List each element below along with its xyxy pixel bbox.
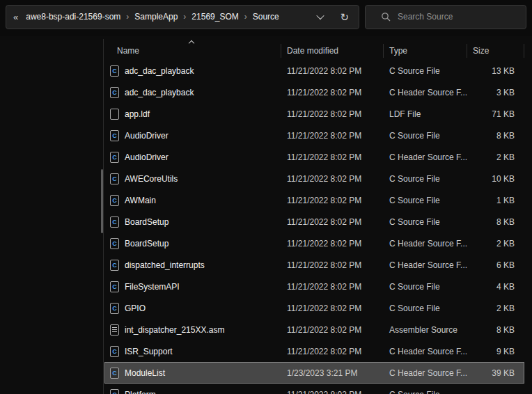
file-type: C Source File: [384, 217, 467, 227]
search-box[interactable]: [365, 5, 526, 29]
file-name-cell: Cdispatched_interrupts: [104, 260, 281, 271]
file-name-cell: CAWMain: [104, 195, 281, 206]
file-type: C Source File: [384, 390, 467, 394]
file-date: 11/21/2022 8:02 PM: [281, 66, 384, 76]
file-type: C Header Source F...: [384, 347, 467, 356]
c-file-icon: C: [110, 173, 119, 184]
file-date: 11/21/2022 8:02 PM: [281, 88, 384, 97]
table-row[interactable]: CBoardSetup11/21/2022 8:02 PMC Header So…: [104, 233, 524, 254]
file-date: 11/21/2022 8:02 PM: [281, 217, 384, 227]
column-headers: NameDate modifiedTypeSize: [104, 43, 524, 58]
c-file-icon: C: [110, 303, 119, 314]
file-type: C Header Source F...: [384, 368, 467, 378]
table-row[interactable]: Cadc_dac_playback11/21/2022 8:02 PMC Hea…: [104, 81, 524, 103]
toolbar: « awe8-bsp-adi-21569-som›SampleApp›21569…: [0, 0, 532, 36]
file-type: LDF File: [384, 109, 467, 119]
file-date: 11/21/2022 8:02 PM: [281, 152, 384, 162]
file-name-cell: int_dispatcher_215XX.asm: [104, 324, 281, 336]
file-type: C Source File: [384, 196, 467, 205]
file-date: 11/21/2022 8:02 PM: [281, 174, 384, 184]
table-row[interactable]: CAWMain11/21/2022 8:02 PMC Source File1 …: [104, 189, 524, 211]
file-name: ModuleList: [125, 368, 165, 378]
file-type: C Header Source F...: [384, 260, 467, 270]
file-name: int_dispatcher_215XX.asm: [125, 325, 224, 335]
c-file-icon: C: [110, 346, 119, 357]
document-icon: [110, 109, 119, 120]
file-date: 11/21/2022 8:02 PM: [281, 239, 384, 249]
table-row[interactable]: CFileSystemAPI11/21/2022 8:02 PMC Source…: [104, 276, 524, 297]
file-size: 4 KB: [467, 282, 524, 292]
breadcrumb-item[interactable]: Source: [248, 12, 284, 22]
column-header-name[interactable]: Name: [104, 44, 281, 58]
breadcrumb-item[interactable]: awe8-bsp-adi-21569-som: [21, 12, 125, 22]
refresh-icon[interactable]: ↻: [340, 12, 349, 22]
pane-divider: [103, 39, 104, 394]
c-file-icon: C: [110, 281, 119, 292]
nav-pane-scrollbar-thumb[interactable]: [101, 169, 103, 233]
breadcrumb: awe8-bsp-adi-21569-som›SampleApp›21569_S…: [21, 12, 284, 22]
file-name-cell: CFileSystemAPI: [104, 281, 281, 292]
file-list: Cadc_dac_playback11/21/2022 8:02 PMC Sou…: [104, 60, 524, 394]
address-dropdown-icon[interactable]: [317, 12, 324, 19]
file-date: 11/21/2022 8:02 PM: [281, 196, 384, 205]
table-row[interactable]: int_dispatcher_215XX.asm11/21/2022 8:02 …: [104, 319, 524, 340]
file-date: 11/21/2022 8:02 PM: [281, 347, 384, 356]
breadcrumb-overflow-icon[interactable]: «: [13, 12, 18, 22]
file-name-cell: CGPIO: [104, 303, 281, 314]
table-row[interactable]: CISR_Support11/21/2022 8:02 PMC Header S…: [104, 340, 524, 362]
file-date: 11/21/2022 8:02 PM: [281, 390, 384, 394]
table-row[interactable]: app.ldf11/21/2022 8:02 PMLDF File71 KB: [104, 103, 524, 125]
c-file-icon: C: [110, 389, 119, 394]
file-size: 8 KB: [467, 325, 524, 335]
file-size: 71 KB: [467, 109, 524, 119]
file-date: 11/21/2022 8:02 PM: [281, 282, 384, 292]
c-file-icon: C: [110, 216, 119, 228]
file-name: AWECoreUtils: [125, 174, 178, 184]
c-file-icon: C: [110, 152, 119, 163]
address-bar[interactable]: « awe8-bsp-adi-21569-som›SampleApp›21569…: [6, 5, 359, 29]
table-row[interactable]: CModuleList1/23/2023 3:21 PMC Header Sou…: [104, 362, 524, 384]
table-row[interactable]: CAWECoreUtils11/21/2022 8:02 PMC Source …: [104, 168, 524, 189]
file-size: 8 KB: [467, 131, 524, 141]
file-name-cell: CAudioDriver: [104, 152, 281, 163]
breadcrumb-item[interactable]: 21569_SOM: [187, 12, 243, 22]
table-row[interactable]: CPlatform11/21/2022 8:02 PMC Source File: [104, 384, 524, 394]
file-type: C Header Source F...: [384, 88, 467, 97]
file-size: 1 KB: [467, 196, 524, 205]
table-row[interactable]: CGPIO11/21/2022 8:02 PMC Source File2 KB: [104, 297, 524, 319]
c-file-icon: C: [110, 260, 119, 271]
c-file-icon: C: [110, 368, 119, 379]
file-name: BoardSetup: [125, 217, 169, 227]
column-header-date-modified[interactable]: Date modified: [281, 44, 384, 58]
table-row[interactable]: Cadc_dac_playback11/21/2022 8:02 PMC Sou…: [104, 60, 524, 81]
file-size: 13 KB: [467, 66, 524, 76]
column-header-size[interactable]: Size: [467, 44, 524, 58]
file-name: adc_dac_playback: [125, 88, 194, 97]
file-size: 9 KB: [467, 347, 524, 356]
file-name-cell: CBoardSetup: [104, 238, 281, 249]
file-name: FileSystemAPI: [125, 282, 180, 292]
file-name: ISR_Support: [125, 347, 173, 356]
file-type: C Header Source F...: [384, 239, 467, 249]
file-name: adc_dac_playback: [125, 66, 194, 76]
file-size: 8 KB: [467, 217, 524, 227]
column-header-type[interactable]: Type: [384, 44, 467, 58]
file-date: 11/21/2022 8:02 PM: [281, 260, 384, 270]
file-size: 2 KB: [467, 239, 524, 249]
file-name-cell: Cadc_dac_playback: [104, 65, 281, 77]
file-name: BoardSetup: [125, 239, 169, 249]
search-input[interactable]: [398, 12, 517, 22]
table-row[interactable]: CAudioDriver11/21/2022 8:02 PMC Source F…: [104, 125, 524, 146]
c-file-icon: C: [110, 87, 119, 98]
file-date: 11/21/2022 8:02 PM: [281, 325, 384, 335]
breadcrumb-item[interactable]: SampleApp: [130, 12, 182, 22]
table-row[interactable]: CAudioDriver11/21/2022 8:02 PMC Header S…: [104, 146, 524, 168]
file-type: C Source File: [384, 282, 467, 292]
table-row[interactable]: Cdispatched_interrupts11/21/2022 8:02 PM…: [104, 254, 524, 276]
file-name: AudioDriver: [125, 152, 169, 162]
file-date: 11/21/2022 8:02 PM: [281, 304, 384, 313]
file-type: C Source File: [384, 174, 467, 184]
table-row[interactable]: CBoardSetup11/21/2022 8:02 PMC Source Fi…: [104, 211, 524, 233]
file-name-cell: CAudioDriver: [104, 130, 281, 141]
file-date: 11/21/2022 8:02 PM: [281, 131, 384, 141]
